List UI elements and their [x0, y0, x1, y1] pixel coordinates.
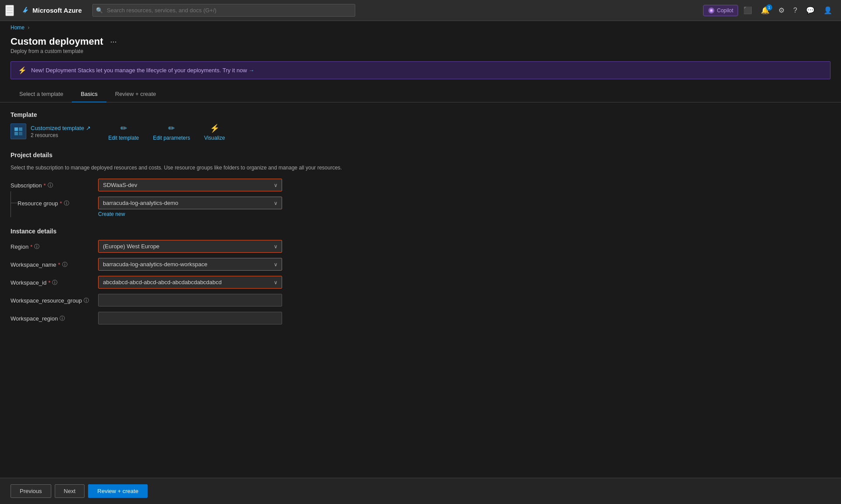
workspace-name-required: * [58, 261, 60, 268]
workspace-resource-group-input[interactable] [98, 294, 282, 307]
banner-icon: ⚡ [18, 66, 27, 74]
hamburger-menu-button[interactable]: ☰ [5, 5, 14, 16]
resource-group-label: Resource group * ⓘ [18, 197, 98, 207]
brand-name: Microsoft Azure [32, 7, 82, 14]
subscription-required: * [44, 182, 46, 189]
workspace-id-info-icon[interactable]: ⓘ [52, 279, 57, 286]
deployment-stacks-banner: ⚡ New! Deployment Stacks let you manage … [11, 61, 830, 79]
subscription-form-group: Subscription * ⓘ SDWaaS-dev ∨ [11, 179, 830, 191]
template-section: Template Customized template ↗ [11, 111, 830, 141]
subscription-info-icon[interactable]: ⓘ [48, 182, 53, 189]
subscription-label: Subscription * ⓘ [11, 179, 98, 189]
workspace-name-label: Workspace_name * ⓘ [11, 258, 98, 268]
template-actions: ✏ Edit template ✏ Edit parameters ⚡ Visu… [108, 123, 225, 141]
template-name-link[interactable]: Customized template ↗ [31, 125, 91, 131]
review-create-button[interactable]: Review + create [88, 484, 148, 498]
workspace-region-label: Workspace_region ⓘ [11, 312, 98, 322]
tab-review-create[interactable]: Review + create [106, 86, 165, 102]
breadcrumb-home[interactable]: Home [11, 25, 25, 31]
workspace-id-select-wrapper: abcdabcd-abcd-abcd-abcd-abcdabcdabcdabcd… [98, 276, 282, 289]
notification-badge: 1 [766, 4, 772, 11]
edit-parameters-button[interactable]: ✏ Edit parameters [153, 123, 190, 141]
region-select-wrapper: (Europe) West Europe ∨ [98, 240, 282, 253]
workspace-region-control [98, 312, 282, 324]
search-input[interactable] [92, 4, 355, 17]
copilot-button[interactable]: Copilot [703, 5, 738, 16]
template-info: Customized template ↗ 2 resources [11, 123, 91, 139]
tab-select-template[interactable]: Select a template [11, 86, 72, 102]
subscription-select[interactable]: SDWaaS-dev [98, 179, 282, 191]
terminal-button[interactable]: ⬛ [740, 4, 756, 17]
workspace-region-info-icon[interactable]: ⓘ [60, 315, 65, 322]
copilot-icon [708, 7, 715, 14]
resource-group-required: * [60, 200, 62, 207]
template-text: Customized template ↗ 2 resources [31, 125, 91, 138]
resource-group-info-icon[interactable]: ⓘ [64, 200, 69, 207]
template-section-label: Template [11, 111, 830, 118]
create-new-link[interactable]: Create new [98, 211, 282, 217]
region-select[interactable]: (Europe) West Europe [98, 240, 282, 253]
search-icon: 🔍 [96, 7, 103, 14]
template-row: Customized template ↗ 2 resources ✏ Edit… [11, 123, 830, 141]
resource-group-select[interactable]: barracuda-log-analytics-demo [98, 197, 282, 209]
workspace-id-control: abcdabcd-abcd-abcd-abcd-abcdabcdabcdabcd… [98, 276, 282, 289]
workspace-resource-group-label: Workspace_resource_group ⓘ [11, 294, 98, 304]
project-details-section: Project details Select the subscription … [11, 152, 830, 217]
resource-group-select-wrapper: barracuda-log-analytics-demo ∨ [98, 197, 282, 209]
instance-details-section: Instance details Region * ⓘ (Europe) Wes… [11, 228, 830, 324]
edit-template-icon: ✏ [120, 123, 127, 133]
external-link-icon: ↗ [86, 125, 91, 131]
profile-button[interactable]: 👤 [820, 4, 836, 17]
copilot-label: Copilot [717, 7, 733, 14]
more-options-button[interactable]: ··· [107, 36, 119, 47]
svg-rect-6 [19, 132, 22, 135]
subscription-select-wrapper: SDWaaS-dev ∨ [98, 179, 282, 191]
workspace-name-select[interactable]: barracuda-log-analytics-demo-workspace [98, 258, 282, 271]
region-form-group: Region * ⓘ (Europe) West Europe ∨ [11, 240, 830, 253]
banner-link[interactable]: → [248, 67, 254, 74]
region-required: * [30, 243, 32, 250]
workspace-resource-group-info-icon[interactable]: ⓘ [84, 297, 89, 304]
breadcrumb: Home › [0, 21, 841, 34]
azure-logo-icon [21, 6, 30, 15]
svg-rect-5 [14, 132, 18, 135]
resource-group-control: barracuda-log-analytics-demo ∨ Create ne… [98, 197, 282, 217]
settings-button[interactable]: ⚙ [775, 4, 788, 17]
svg-point-2 [710, 10, 712, 11]
region-info-icon[interactable]: ⓘ [34, 243, 39, 250]
workspace-region-input[interactable] [98, 312, 282, 324]
workspace-name-form-group: Workspace_name * ⓘ barracuda-log-analyti… [11, 258, 830, 271]
page-header: Custom deployment ··· Deploy from a cust… [0, 34, 841, 61]
edit-template-button[interactable]: ✏ Edit template [108, 123, 139, 141]
feedback-button[interactable]: 💬 [802, 4, 818, 17]
project-details-label: Project details [11, 152, 830, 159]
search-area: 🔍 [92, 4, 355, 17]
notifications-button[interactable]: 🔔 1 [757, 4, 773, 17]
workspace-id-select[interactable]: abcdabcd-abcd-abcd-abcd-abcdabcdabcdabcd [98, 276, 282, 289]
previous-button[interactable]: Previous [11, 484, 51, 498]
template-resources: 2 resources [31, 132, 91, 138]
workspace-resource-group-control [98, 294, 282, 307]
bottom-toolbar: Previous Next Review + create [0, 478, 841, 504]
region-label: Region * ⓘ [11, 240, 98, 250]
breadcrumb-separator: › [28, 25, 29, 31]
visualize-icon: ⚡ [210, 123, 219, 133]
subscription-control: SDWaaS-dev ∨ [98, 179, 282, 191]
topnav-right-actions: Copilot ⬛ 🔔 1 ⚙ ? 💬 👤 [703, 4, 836, 17]
project-details-description: Select the subscription to manage deploy… [11, 164, 830, 172]
svg-rect-4 [19, 127, 22, 131]
next-button[interactable]: Next [55, 484, 85, 498]
tab-basics[interactable]: Basics [72, 86, 106, 102]
workspace-name-info-icon[interactable]: ⓘ [62, 261, 67, 268]
help-button[interactable]: ? [790, 4, 801, 17]
instance-details-label: Instance details [11, 228, 830, 235]
template-icon [11, 123, 26, 139]
wizard-tabs: Select a template Basics Review + create [0, 86, 841, 102]
workspace-resource-group-form-group: Workspace_resource_group ⓘ [11, 294, 830, 307]
page-title: Custom deployment [11, 36, 103, 47]
workspace-name-control: barracuda-log-analytics-demo-workspace ∨ [98, 258, 282, 271]
visualize-button[interactable]: ⚡ Visualize [204, 123, 225, 141]
edit-parameters-icon: ✏ [168, 123, 175, 133]
brand-logo: Microsoft Azure [21, 6, 82, 15]
workspace-id-label: Workspace_id * ⓘ [11, 276, 98, 286]
